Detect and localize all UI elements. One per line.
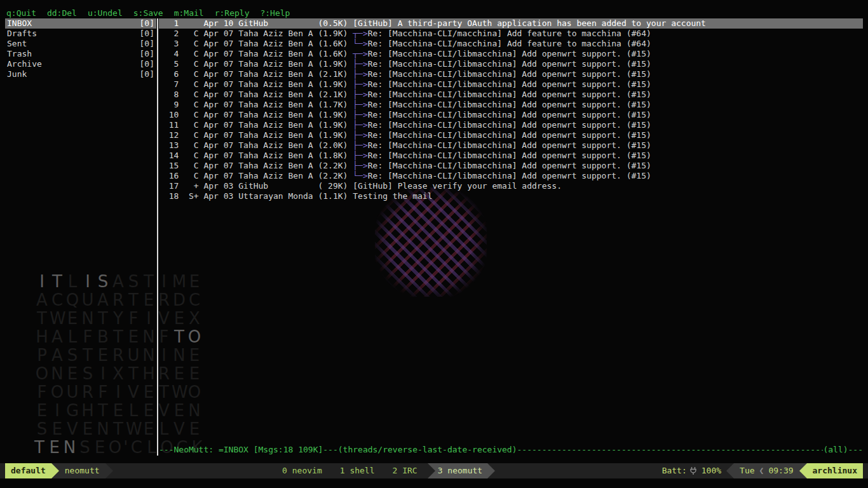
window-tab-label: 2 IRC [390, 463, 420, 478]
thread-arrow: ├─> [353, 59, 367, 69]
mail-row[interactable]: 10 C Apr 07 Taha Aziz Ben A (1.9K) ├─>Re… [159, 110, 863, 120]
mail-row-meta: 14 C Apr 07 Taha Aziz Ben A (1.8K) [159, 151, 353, 160]
mail-subject: Re: [Macchina-CLI/libmacchina] Add openw… [368, 140, 651, 150]
mail-subject: Testing the mail [353, 191, 432, 201]
thread-arrow: └─> [353, 171, 367, 180]
mail-index-list: 1 Apr 10 GitHub (0.5K) [GitHub] A third-… [159, 18, 863, 201]
window-tab[interactable]: 2 IRC [390, 463, 420, 478]
thread-arrow: ┬─> [353, 49, 367, 58]
mail-row[interactable]: 1 Apr 10 GitHub (0.5K) [GitHub] A third-… [159, 18, 863, 29]
mail-row[interactable]: 13 C Apr 07 Taha Aziz Ben A (2.0K) ├─>Re… [159, 140, 863, 151]
mail-subject: Re: [Macchina-CLI/libmacchina] Add openw… [368, 161, 651, 170]
mail-subject: [GitHub] Please verify your email addres… [353, 181, 562, 191]
thread-arrow: ├─> [353, 110, 367, 119]
sidebar-item-mailbox[interactable]: Archive[0] [5, 59, 156, 69]
powerline-arrow [105, 463, 113, 478]
statusline-info: ---NeoMutt: =INBOX [Msgs:18 109K]---(thr… [159, 445, 517, 455]
window-tab[interactable]: 1 shell [337, 463, 377, 478]
mailbox-label: Trash [7, 49, 32, 59]
day-label: Tue [740, 463, 754, 478]
mail-row[interactable]: 15 C Apr 07 Taha Aziz Ben A (2.2K) ├─>Re… [159, 161, 863, 171]
powerline-arrow [51, 463, 59, 478]
mail-row[interactable]: 8 C Apr 07 Taha Aziz Ben A (2.1K) ├─>Re:… [159, 90, 863, 100]
mailbox-count: [0] [140, 59, 154, 69]
window-tab-label: 1 shell [337, 463, 377, 478]
thread-arrow: ├─> [353, 151, 367, 160]
mailbox-label: INBOX [7, 18, 32, 29]
battery-label: Batt: [662, 463, 687, 478]
sidebar-divider [157, 18, 158, 456]
mail-subject: Re: [Macchina-CLI/libmacchina] Add openw… [368, 49, 651, 58]
mail-subject: Re: [Macchina-CLI/libmacchina] Add openw… [368, 79, 651, 89]
sidebar-item-mailbox[interactable]: Junk[0] [5, 69, 156, 79]
mail-row[interactable]: 3 C Apr 07 Taha Aziz Ben A (1.6K) └─>Re:… [159, 39, 863, 49]
mail-subject: Re: [Macchina-CLI/libmacchina] Add openw… [368, 59, 651, 69]
mail-row[interactable]: 14 C Apr 07 Taha Aziz Ben A (1.8K) ├─>Re… [159, 151, 863, 161]
mail-row-meta: 16 C Apr 07 Taha Aziz Ben A (2.2K) [159, 171, 353, 180]
neomutt-menubar: q:Quitdd:Delu:Undels:Savem:Mailr:Reply?:… [6, 8, 301, 18]
mailbox-count: [0] [140, 39, 154, 49]
mail-row[interactable]: 5 C Apr 07 Taha Aziz Ben A (1.9K) ├─>Re:… [159, 59, 863, 69]
sidebar-item-mailbox[interactable]: Sent[0] [5, 39, 156, 49]
thread-arrow: ├─> [353, 100, 367, 109]
thread-arrow: ├─> [353, 69, 367, 79]
sidebar-item-mailbox[interactable]: Trash[0] [5, 49, 156, 59]
mail-subject: Re: [Macchina-CLI/libmacchina] Add openw… [368, 100, 651, 109]
mail-row-meta: 13 C Apr 07 Taha Aziz Ben A (2.0K) [159, 140, 353, 150]
chevron-left-icon: ❮ [759, 463, 764, 478]
mail-row[interactable]: 6 C Apr 07 Taha Aziz Ben A (2.1K) ├─>Re:… [159, 69, 863, 79]
mailbox-count: [0] [140, 29, 154, 39]
sidebar-item-mailbox[interactable]: INBOX[0] [5, 18, 156, 29]
mail-subject: Re: [Macchina-CLI/macchina] Add feature … [368, 29, 651, 38]
menubar-hint: m:Mail [174, 8, 204, 18]
window-tab[interactable]: 0 neovim [280, 463, 325, 478]
powerline-arrow [799, 463, 807, 478]
time-label: 09:39 [768, 463, 793, 478]
mail-row-meta: 7 C Apr 07 Taha Aziz Ben A (1.9K) [159, 79, 353, 89]
neomutt-statusline: ---NeoMutt: =INBOX [Msgs:18 109K]---(thr… [159, 445, 863, 455]
mail-row-meta: 12 C Apr 07 Taha Aziz Ben A (1.9K) [159, 130, 353, 140]
mail-row[interactable]: 18 S+ Apr 03 Uttarayan Monda (1.1K) Test… [159, 191, 863, 201]
menubar-hint: ?:Help [260, 8, 290, 18]
thread-arrow: └─> [353, 39, 367, 48]
mail-subject: Re: [Macchina-CLI/libmacchina] Add openw… [368, 171, 651, 180]
statusline-limit: (all)--- [823, 445, 863, 455]
powerline-arrow [726, 463, 734, 478]
menubar-hint: q:Quit [6, 8, 36, 18]
tmux-right-zone: Batt:100% Tue❮09:39 archlinux [657, 463, 863, 478]
mail-row[interactable]: 11 C Apr 07 Taha Aziz Ben A (1.9K) ├─>Re… [159, 120, 863, 130]
mail-row-meta: 8 C Apr 07 Taha Aziz Ben A (2.1K) [159, 90, 353, 99]
thread-arrow: ┬─> [353, 29, 367, 38]
menubar-hint: dd:Del [47, 8, 77, 18]
mailbox-label: Sent [7, 39, 27, 49]
screen: ITLISASTIMEACQUARTERDCTWENTYFIVEXHALFBTE… [0, 0, 868, 488]
mail-row-meta: 4 C Apr 07 Taha Aziz Ben A (1.6K) [159, 49, 353, 58]
mail-row[interactable]: 12 C Apr 07 Taha Aziz Ben A (1.9K) ├─>Re… [159, 130, 863, 140]
menubar-hint: u:Undel [88, 8, 123, 18]
mail-row-meta: 9 C Apr 07 Taha Aziz Ben A (1.7K) [159, 100, 353, 109]
menubar-hint: s:Save [133, 8, 163, 18]
mail-subject: Re: [Macchina-CLI/libmacchina] Add openw… [368, 130, 651, 140]
thread-arrow: ├─> [353, 130, 367, 140]
mail-row[interactable]: 16 C Apr 07 Taha Aziz Ben A (2.2K) └─>Re… [159, 171, 863, 181]
mailbox-label: Drafts [7, 29, 37, 39]
datetime-segment: Tue❮09:39 [734, 463, 799, 478]
tmux-statusbar: default neomutt 0 neovim1 shell2 IRC3 ne… [0, 463, 868, 478]
session-badge[interactable]: default [5, 463, 51, 478]
window-tab[interactable]: 3 neomutt [428, 463, 495, 478]
mailbox-sidebar: INBOX[0]Drafts[0]Sent[0]Trash[0]Archive[… [5, 18, 156, 79]
mail-row-meta: 18 S+ Apr 03 Uttarayan Monda (1.1K) [159, 191, 353, 201]
statusline-filler: ----------------------------------------… [517, 445, 824, 455]
thread-arrow: ├─> [353, 161, 367, 170]
mail-row-meta: 11 C Apr 07 Taha Aziz Ben A (1.9K) [159, 120, 353, 130]
mail-row[interactable]: 9 C Apr 07 Taha Aziz Ben A (1.7K) ├─>Re:… [159, 100, 863, 110]
mail-row-meta: 3 C Apr 07 Taha Aziz Ben A (1.6K) [159, 39, 353, 48]
sidebar-item-mailbox[interactable]: Drafts[0] [5, 29, 156, 39]
mail-row[interactable]: 4 C Apr 07 Taha Aziz Ben A (1.6K) ┬─>Re:… [159, 49, 863, 59]
mail-row[interactable]: 7 C Apr 07 Taha Aziz Ben A (1.9K) ├─>Re:… [159, 79, 863, 90]
mail-row[interactable]: 17 + Apr 03 GitHub ( 29K) [GitHub] Pleas… [159, 181, 863, 191]
powerline-arrow [487, 463, 495, 478]
thread-arrow: ├─> [353, 120, 367, 130]
mail-row-meta: 2 C Apr 07 Taha Aziz Ben A (1.9K) [159, 29, 353, 38]
mail-row[interactable]: 2 C Apr 07 Taha Aziz Ben A (1.9K) ┬─>Re:… [159, 29, 863, 39]
